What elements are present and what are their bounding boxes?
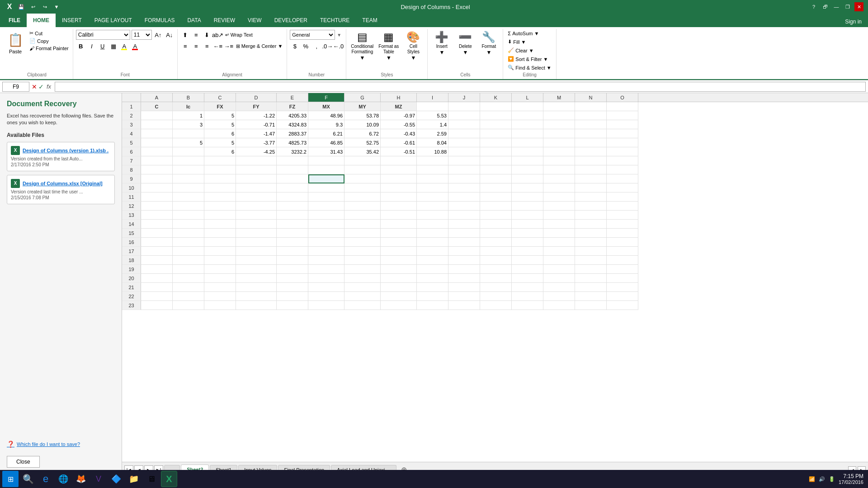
- cell-H9[interactable]: [381, 174, 417, 183]
- cell-J1[interactable]: [448, 102, 480, 111]
- clear-dropdown[interactable]: ▼: [529, 48, 534, 53]
- cell-J4[interactable]: [448, 129, 480, 138]
- cell-M7[interactable]: [543, 156, 575, 165]
- increase-font-btn[interactable]: A↑: [153, 30, 163, 40]
- cell-C7[interactable]: [204, 156, 236, 165]
- orientation-btn[interactable]: ab↗: [213, 30, 223, 40]
- clear-btn[interactable]: 🧹 Clear ▼: [506, 47, 553, 54]
- cell-E4[interactable]: 2883.37: [277, 129, 308, 138]
- tab-developer[interactable]: DEVELOPER: [268, 14, 314, 27]
- row-num-5[interactable]: 5: [122, 138, 141, 147]
- cell-K1[interactable]: [480, 102, 512, 111]
- row-num-10[interactable]: 10: [122, 183, 141, 192]
- align-middle-btn[interactable]: ≡: [191, 30, 201, 40]
- cell-J9[interactable]: [448, 174, 480, 183]
- cell-N6[interactable]: [575, 147, 607, 156]
- decrease-font-btn[interactable]: A↓: [165, 30, 175, 40]
- cell-B5[interactable]: 5: [173, 138, 204, 147]
- row-num-11[interactable]: 11: [122, 192, 141, 202]
- cut-button[interactable]: ✂ Cut: [28, 30, 70, 37]
- cell-A9[interactable]: [141, 174, 173, 183]
- tab-data[interactable]: DATA: [181, 14, 207, 27]
- cell-N5[interactable]: [575, 138, 607, 147]
- cell-N1[interactable]: [575, 102, 607, 111]
- format-painter-button[interactable]: 🖌 Format Painter: [28, 45, 70, 52]
- help-link[interactable]: ❓ Which file do I want to save?: [7, 436, 115, 448]
- cell-N9[interactable]: [575, 174, 607, 183]
- tab-home[interactable]: HOME: [27, 14, 56, 27]
- cell-I5[interactable]: 8.04: [417, 138, 448, 147]
- col-header-N[interactable]: N: [575, 93, 607, 102]
- cell-O8[interactable]: [607, 165, 638, 174]
- cancel-formula-btn[interactable]: ✕: [32, 83, 37, 90]
- excel-taskbar-btn[interactable]: X: [161, 471, 177, 487]
- cell-A2[interactable]: [141, 111, 173, 120]
- cell-A7[interactable]: [141, 156, 173, 165]
- quick-access-dropdown-icon[interactable]: ▼: [52, 2, 61, 12]
- fill-color-button[interactable]: A: [119, 41, 129, 51]
- cell-H8[interactable]: [381, 165, 417, 174]
- cell-O1[interactable]: [607, 102, 638, 111]
- cell-C6[interactable]: 6: [204, 147, 236, 156]
- row-num-3[interactable]: 3: [122, 120, 141, 129]
- insert-dropdown[interactable]: ▼: [439, 49, 444, 56]
- cell-D2[interactable]: -1.22: [236, 111, 277, 120]
- cell-E1[interactable]: FZ: [277, 102, 308, 111]
- row-num-20[interactable]: 20: [122, 274, 141, 283]
- redo-icon[interactable]: ↪: [40, 2, 50, 12]
- cell-L7[interactable]: [512, 156, 543, 165]
- cell-F4[interactable]: 6.21: [308, 129, 344, 138]
- number-format-select[interactable]: General: [290, 30, 335, 40]
- number-format-expand[interactable]: ▼: [337, 33, 341, 38]
- cell-L9[interactable]: [512, 174, 543, 183]
- paste-button[interactable]: 📋 Paste: [4, 30, 27, 55]
- cell-C1[interactable]: FX: [204, 102, 236, 111]
- cell-G4[interactable]: 6.72: [344, 129, 381, 138]
- format-dropdown[interactable]: ▼: [486, 49, 491, 56]
- cell-A4[interactable]: [141, 129, 173, 138]
- cell-O3[interactable]: [607, 120, 638, 129]
- cell-L4[interactable]: [512, 129, 543, 138]
- tab-formulas[interactable]: FORMULAS: [138, 14, 181, 27]
- cell-L3[interactable]: [512, 120, 543, 129]
- cell-I8[interactable]: [417, 165, 448, 174]
- cell-D8[interactable]: [236, 165, 277, 174]
- cell-F5[interactable]: 46.85: [308, 138, 344, 147]
- cell-B2[interactable]: 1: [173, 111, 204, 120]
- app7-btn[interactable]: 🖥: [143, 471, 160, 487]
- cond-format-dropdown[interactable]: ▼: [359, 55, 365, 61]
- col-header-B[interactable]: B: [173, 93, 204, 102]
- fill-btn[interactable]: ⬇ Fill ▼: [506, 38, 553, 46]
- accounting-btn[interactable]: $: [290, 41, 300, 51]
- copy-button[interactable]: 📄 Copy: [28, 38, 70, 44]
- help-icon[interactable]: ?: [809, 2, 818, 11]
- formula-input[interactable]: [55, 82, 866, 92]
- cell-K5[interactable]: [480, 138, 512, 147]
- cell-reference-input[interactable]: [2, 82, 29, 92]
- cell-N3[interactable]: [575, 120, 607, 129]
- insert-btn[interactable]: ➕ Insert ▼: [430, 30, 453, 56]
- merge-center-btn[interactable]: ⊞ Merge & Center ▼: [235, 43, 284, 50]
- row-num-9[interactable]: 9: [122, 174, 141, 183]
- cell-D1[interactable]: FY: [236, 102, 277, 111]
- tab-file[interactable]: FILE: [2, 14, 27, 27]
- cell-C5[interactable]: 5: [204, 138, 236, 147]
- file-item-0[interactable]: X Design of Columns (version 1).xlsb . V…: [7, 142, 115, 171]
- col-header-D[interactable]: D: [236, 93, 277, 102]
- col-header-M[interactable]: M: [543, 93, 575, 102]
- cell-E6[interactable]: 3232.2: [277, 147, 308, 156]
- cell-O9[interactable]: [607, 174, 638, 183]
- cell-H1[interactable]: MZ: [381, 102, 417, 111]
- increase-decimal-btn[interactable]: .0→: [322, 41, 332, 51]
- cell-H7[interactable]: [381, 156, 417, 165]
- cell-F7[interactable]: [308, 156, 344, 165]
- cell-A1[interactable]: C: [141, 102, 173, 111]
- decrease-indent-btn[interactable]: ←≡: [213, 41, 223, 51]
- underline-button[interactable]: U: [98, 41, 108, 51]
- cell-O2[interactable]: [607, 111, 638, 120]
- cell-H6[interactable]: -0.51: [381, 147, 417, 156]
- cell-B6[interactable]: [173, 147, 204, 156]
- cell-M1[interactable]: [543, 102, 575, 111]
- wrap-text-btn[interactable]: ↵ Wrap Text: [224, 32, 254, 38]
- cell-A5[interactable]: [141, 138, 173, 147]
